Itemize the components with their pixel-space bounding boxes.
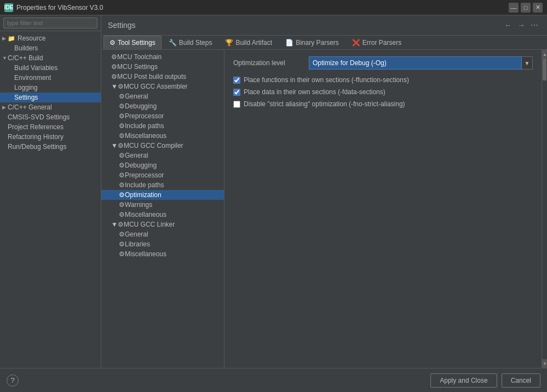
inner-tree-item-mcu-gcc-linker[interactable]: ▼⚙MCU GCC Linker — [101, 220, 224, 229]
inner-tree-label-general-link: General — [125, 230, 148, 238]
inner-tree-label-debugging-asm: Debugging — [125, 102, 157, 110]
tool-icon: ⚙ — [119, 162, 125, 169]
inner-tree-label-miscellaneous-link: Miscellaneous — [125, 250, 166, 258]
tool-icon: ⚙ — [119, 230, 125, 238]
cancel-button[interactable]: Cancel — [502, 373, 540, 388]
sidebar-item-logging[interactable]: Logging — [0, 83, 101, 93]
inner-layout: ⚙MCU Toolchain⚙MCU Settings⚙MCU Post bui… — [101, 50, 547, 368]
window-controls: ― □ ✕ — [509, 3, 543, 13]
maximize-button[interactable]: □ — [521, 3, 531, 13]
settings-panel: Optimization levelOptimize for Debug (-O… — [224, 50, 542, 368]
inner-tree-item-libraries-link[interactable]: ⚙Libraries — [101, 239, 224, 249]
inner-tree-item-include-paths-asm[interactable]: ⚙Include paths — [101, 121, 224, 131]
inner-tree-item-mcu-gcc-compiler[interactable]: ▼⚙MCU GCC Compiler — [101, 141, 224, 151]
inner-tree-item-debugging-comp[interactable]: ⚙Debugging — [101, 160, 224, 170]
tool-icon: ⚙ — [119, 132, 125, 140]
sidebar-item-build-variables[interactable]: Build Variables — [0, 63, 101, 73]
apply-close-button[interactable]: Apply and Close — [430, 373, 497, 388]
tab-label-build-steps: Build Steps — [179, 39, 212, 47]
inner-tree-label-mcu-gcc-compiler: MCU GCC Compiler — [124, 142, 183, 149]
folder-icon: 📁 — [8, 35, 15, 42]
inner-tree-label-general-comp: General — [125, 152, 148, 159]
tab-build-steps[interactable]: 🔧Build Steps — [163, 36, 218, 49]
optimization-level-label: Optimization level — [233, 59, 304, 67]
inner-tree-item-optimization-comp[interactable]: ⚙Optimization — [101, 190, 224, 200]
sidebar-item-resource[interactable]: ▶📁Resource — [0, 33, 101, 43]
inner-tree-item-mcu-settings[interactable]: ⚙MCU Settings — [101, 62, 224, 72]
sidebar-item-cmsis-svd[interactable]: CMSIS-SVD Settings — [0, 112, 101, 122]
inner-tree-item-miscellaneous-asm[interactable]: ⚙Miscellaneous — [101, 131, 224, 141]
help-button[interactable]: ? — [7, 374, 19, 387]
tool-icon: ⚙ — [119, 171, 125, 179]
tool-icon: ⚙ — [111, 73, 117, 80]
tab-icon-build-steps: 🔧 — [169, 39, 177, 47]
inner-tree-item-debugging-asm[interactable]: ⚙Debugging — [101, 101, 224, 111]
inner-tree-item-mcu-gcc-assembler[interactable]: ▼⚙MCU GCC Assembler — [101, 82, 224, 91]
sidebar-item-label-environment: Environment — [14, 74, 51, 82]
sidebar-item-settings[interactable]: Settings — [0, 93, 101, 102]
inner-tree-label-mcu-toolchain: MCU Toolchain — [117, 53, 162, 61]
inner-tree-item-mcu-post-build[interactable]: ⚙MCU Post build outputs — [101, 72, 224, 82]
inner-tree: ⚙MCU Toolchain⚙MCU Settings⚙MCU Post bui… — [101, 50, 224, 368]
sidebar-item-refactoring[interactable]: Refactoring History — [0, 132, 101, 142]
tool-icon: ⚙ — [119, 181, 125, 189]
sidebar-item-label-cmsis-svd: CMSIS-SVD Settings — [8, 113, 70, 121]
more-button[interactable]: ⋯ — [528, 20, 540, 31]
close-button[interactable]: ✕ — [533, 3, 543, 13]
tab-binary-parsers[interactable]: 📄Binary Parsers — [279, 36, 345, 49]
checkbox-fdata-sections[interactable] — [233, 89, 240, 96]
inner-tree-item-preprocessor-comp[interactable]: ⚙Preprocessor — [101, 170, 224, 180]
inner-tree-item-include-paths-comp[interactable]: ⚙Include paths — [101, 180, 224, 190]
tool-icon: ⚙ — [119, 152, 125, 159]
inner-tree-item-general-comp[interactable]: ⚙General — [101, 151, 224, 160]
inner-tree-label-libraries-link: Libraries — [125, 240, 150, 248]
inner-tree-label-optimization-comp: Optimization — [125, 191, 162, 199]
select-dropdown-arrow[interactable]: ▼ — [522, 56, 533, 70]
inner-tree-item-miscellaneous-comp[interactable]: ⚙Miscellaneous — [101, 210, 224, 220]
sidebar-item-label-settings: Settings — [14, 94, 38, 101]
inner-tree-arrow: ▼ — [111, 221, 118, 228]
sidebar-item-project-refs[interactable]: Project References — [0, 122, 101, 132]
tree-item-arrow: ▼ — [2, 55, 8, 61]
tab-build-artifact[interactable]: 🏆Build Artifact — [219, 36, 278, 49]
tool-icon: ⚙ — [111, 63, 117, 71]
optimization-level-select[interactable]: Optimize for Debug (-Og)None (-O0)Optimi… — [309, 56, 522, 70]
inner-tree-item-general-asm[interactable]: ⚙General — [101, 91, 224, 101]
sidebar-filter-container — [0, 15, 101, 31]
sidebar-item-environment[interactable]: Environment — [0, 73, 101, 83]
inner-tree-label-mcu-gcc-assembler: MCU GCC Assembler — [124, 83, 188, 90]
main-layout: ▶📁ResourceBuilders▼C/C++ BuildBuild Vari… — [0, 15, 547, 368]
sidebar-item-label-run-debug: Run/Debug Settings — [8, 143, 66, 151]
tool-icon: ⚙ — [111, 53, 117, 61]
minimize-button[interactable]: ― — [509, 3, 519, 13]
checkbox-label-ffunction-sections: Place functions in their own sections (-… — [244, 76, 409, 84]
tool-icon: ⚙ — [118, 221, 124, 228]
tab-error-parsers[interactable]: ❌Error Parsers — [346, 36, 407, 49]
sidebar-filter-input[interactable] — [3, 18, 97, 28]
sidebar-item-cpp-general[interactable]: ▶C/C++ General — [0, 102, 101, 112]
header-controls: ← → ⋯ — [502, 20, 540, 35]
scroll-down-button[interactable]: ▼ — [542, 359, 547, 368]
bottom-bar: ? Apply and Close Cancel — [0, 368, 547, 392]
inner-tree-arrow: ▼ — [111, 142, 118, 149]
sidebar-item-label-refactoring: Refactoring History — [8, 133, 64, 141]
back-button[interactable]: ← — [502, 20, 514, 31]
tool-icon: ⚙ — [118, 83, 124, 90]
checkbox-fno-strict-aliasing[interactable] — [233, 101, 240, 108]
inner-tree-item-mcu-toolchain[interactable]: ⚙MCU Toolchain — [101, 52, 224, 62]
checkbox-ffunction-sections[interactable] — [233, 77, 240, 84]
inner-tree-item-warnings-comp[interactable]: ⚙Warnings — [101, 200, 224, 210]
scrollbar-thumb[interactable] — [543, 59, 546, 80]
scroll-up-button[interactable]: ▲ — [542, 50, 547, 59]
sidebar-item-builders[interactable]: Builders — [0, 43, 101, 53]
inner-tree-item-preprocessor-asm[interactable]: ⚙Preprocessor — [101, 111, 224, 121]
inner-tree-item-general-link[interactable]: ⚙General — [101, 229, 224, 239]
sidebar-item-label-cpp-build: C/C++ Build — [8, 54, 43, 62]
sidebar-item-label-build-variables: Build Variables — [14, 64, 57, 72]
sidebar-item-cpp-build[interactable]: ▼C/C++ Build — [0, 53, 101, 63]
tab-tool-settings[interactable]: ⚙Tool Settings — [103, 36, 162, 49]
optimization-select-container: Optimize for Debug (-Og)None (-O0)Optimi… — [309, 56, 533, 70]
forward-button[interactable]: → — [515, 20, 527, 31]
inner-tree-item-miscellaneous-link[interactable]: ⚙Miscellaneous — [101, 249, 224, 259]
sidebar-item-run-debug[interactable]: Run/Debug Settings — [0, 142, 101, 152]
